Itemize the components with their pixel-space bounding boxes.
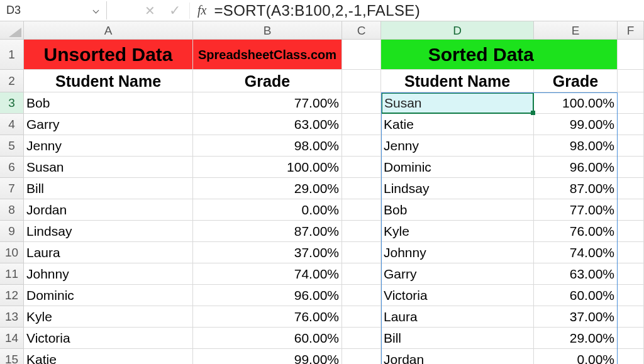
name-box[interactable]: D3 bbox=[0, 1, 107, 19]
row-header-4[interactable]: 4 bbox=[0, 114, 24, 135]
cell-B15[interactable]: 99.00% bbox=[193, 349, 342, 364]
row-header-1[interactable]: 1 bbox=[0, 40, 24, 70]
cell-F15[interactable] bbox=[618, 349, 644, 364]
cell-C5[interactable] bbox=[342, 135, 381, 157]
cell-D1[interactable]: Sorted Data bbox=[381, 40, 534, 70]
cell-C11[interactable] bbox=[342, 263, 381, 285]
row-header-7[interactable]: 7 bbox=[0, 178, 24, 199]
cell-B14[interactable]: 60.00% bbox=[193, 328, 342, 349]
cell-E5[interactable]: 98.00% bbox=[534, 135, 618, 157]
cell-C9[interactable] bbox=[342, 221, 381, 242]
fx-label[interactable]: fx bbox=[190, 3, 213, 18]
cell-C10[interactable] bbox=[342, 242, 381, 263]
cell-F8[interactable] bbox=[618, 199, 644, 221]
cancel-icon[interactable]: ✕ bbox=[145, 3, 155, 18]
cell-F13[interactable] bbox=[618, 306, 644, 328]
cell-A2[interactable]: Student Name bbox=[24, 70, 193, 92]
cell-F1[interactable] bbox=[618, 40, 644, 70]
cell-F10[interactable] bbox=[618, 242, 644, 263]
cell-D4[interactable]: Katie bbox=[381, 114, 534, 135]
row-header-10[interactable]: 10 bbox=[0, 242, 24, 263]
cell-E7[interactable]: 87.00% bbox=[534, 178, 618, 199]
select-all-corner[interactable] bbox=[0, 21, 24, 39]
cell-F2[interactable] bbox=[618, 70, 644, 92]
row-header-13[interactable]: 13 bbox=[0, 306, 24, 328]
cell-B13[interactable]: 76.00% bbox=[193, 306, 342, 328]
chevron-down-icon[interactable] bbox=[92, 7, 100, 14]
row-header-8[interactable]: 8 bbox=[0, 199, 24, 221]
row-header-3[interactable]: 3 bbox=[0, 92, 24, 114]
cell-B6[interactable]: 100.00% bbox=[193, 157, 342, 178]
cell-A11[interactable]: Johnny bbox=[24, 263, 193, 285]
formula-input[interactable]: =SORT(A3:B100,2,-1,FALSE) bbox=[213, 2, 644, 19]
cell-F11[interactable] bbox=[618, 263, 644, 285]
cell-C1[interactable] bbox=[342, 40, 381, 70]
row-header-5[interactable]: 5 bbox=[0, 135, 24, 157]
cell-C3[interactable] bbox=[342, 92, 381, 114]
cell-E1[interactable] bbox=[534, 40, 618, 70]
cell-D10[interactable]: Johnny bbox=[381, 242, 534, 263]
cell-C14[interactable] bbox=[342, 328, 381, 349]
cell-A9[interactable]: Lindsay bbox=[24, 221, 193, 242]
cell-D7[interactable]: Lindsay bbox=[381, 178, 534, 199]
cell-A4[interactable]: Garry bbox=[24, 114, 193, 135]
cell-B7[interactable]: 29.00% bbox=[193, 178, 342, 199]
cell-A7[interactable]: Bill bbox=[24, 178, 193, 199]
cell-E11[interactable]: 63.00% bbox=[534, 263, 618, 285]
col-header-A[interactable]: A bbox=[24, 21, 193, 39]
cell-E3[interactable]: 100.00% bbox=[534, 92, 618, 114]
row-header-9[interactable]: 9 bbox=[0, 221, 24, 242]
cell-F5[interactable] bbox=[618, 135, 644, 157]
row-header-14[interactable]: 14 bbox=[0, 328, 24, 349]
col-header-D[interactable]: D bbox=[381, 21, 534, 39]
cell-A8[interactable]: Jordan bbox=[24, 199, 193, 221]
cell-A3[interactable]: Bob bbox=[24, 92, 193, 114]
cell-C6[interactable] bbox=[342, 157, 381, 178]
cell-D8[interactable]: Bob bbox=[381, 199, 534, 221]
cell-D14[interactable]: Bill bbox=[381, 328, 534, 349]
cell-C2[interactable] bbox=[342, 70, 381, 92]
cell-B5[interactable]: 98.00% bbox=[193, 135, 342, 157]
cell-E9[interactable]: 76.00% bbox=[534, 221, 618, 242]
cell-B12[interactable]: 96.00% bbox=[193, 285, 342, 306]
cell-B9[interactable]: 87.00% bbox=[193, 221, 342, 242]
cell-E6[interactable]: 96.00% bbox=[534, 157, 618, 178]
cell-A14[interactable]: Victoria bbox=[24, 328, 193, 349]
cell-E2[interactable]: Grade bbox=[534, 70, 618, 92]
cell-F3[interactable] bbox=[618, 92, 644, 114]
col-header-E[interactable]: E bbox=[534, 21, 618, 39]
cell-A10[interactable]: Laura bbox=[24, 242, 193, 263]
cell-F4[interactable] bbox=[618, 114, 644, 135]
cell-E13[interactable]: 37.00% bbox=[534, 306, 618, 328]
row-header-6[interactable]: 6 bbox=[0, 157, 24, 178]
cell-D5[interactable]: Jenny bbox=[381, 135, 534, 157]
cell-D6[interactable]: Dominic bbox=[381, 157, 534, 178]
cell-C12[interactable] bbox=[342, 285, 381, 306]
cell-C7[interactable] bbox=[342, 178, 381, 199]
cell-D2[interactable]: Student Name bbox=[381, 70, 534, 92]
cell-E4[interactable]: 99.00% bbox=[534, 114, 618, 135]
cell-F9[interactable] bbox=[618, 221, 644, 242]
row-header-11[interactable]: 11 bbox=[0, 263, 24, 285]
cell-D15[interactable]: Jordan bbox=[381, 349, 534, 364]
col-header-B[interactable]: B bbox=[193, 21, 342, 39]
cell-B8[interactable]: 0.00% bbox=[193, 199, 342, 221]
cell-D9[interactable]: Kyle bbox=[381, 221, 534, 242]
cell-F7[interactable] bbox=[618, 178, 644, 199]
cell-E10[interactable]: 74.00% bbox=[534, 242, 618, 263]
cell-D13[interactable]: Laura bbox=[381, 306, 534, 328]
cell-B1[interactable]: SpreadsheetClass.com bbox=[193, 40, 342, 70]
cell-B3[interactable]: 77.00% bbox=[193, 92, 342, 114]
col-header-F[interactable]: F bbox=[618, 21, 644, 39]
col-header-C[interactable]: C bbox=[342, 21, 381, 39]
cell-C13[interactable] bbox=[342, 306, 381, 328]
cell-C4[interactable] bbox=[342, 114, 381, 135]
cell-F6[interactable] bbox=[618, 157, 644, 178]
cell-E12[interactable]: 60.00% bbox=[534, 285, 618, 306]
cell-B4[interactable]: 63.00% bbox=[193, 114, 342, 135]
cell-B10[interactable]: 37.00% bbox=[193, 242, 342, 263]
cell-F12[interactable] bbox=[618, 285, 644, 306]
row-header-2[interactable]: 2 bbox=[0, 70, 24, 92]
cell-C15[interactable] bbox=[342, 349, 381, 364]
cell-E14[interactable]: 29.00% bbox=[534, 328, 618, 349]
